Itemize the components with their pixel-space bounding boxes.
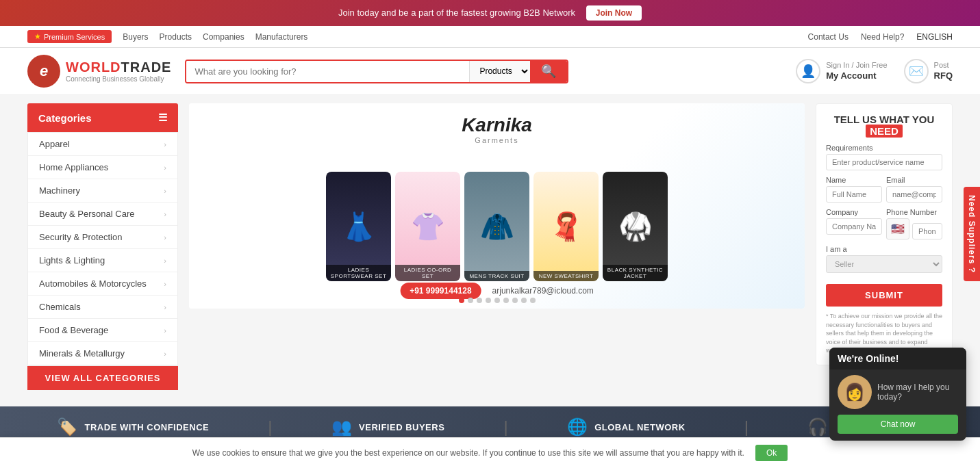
header: e WORLDTRADE Connecting Businesses Globa… xyxy=(0,48,980,95)
cat-lights[interactable]: Lights & Lighting › xyxy=(28,249,177,272)
phone-field: Phone Number 🇺🇸 xyxy=(886,208,942,239)
figure-1: 👗 LADIES SPORTSWEAR SET xyxy=(326,172,391,281)
dot-7[interactable] xyxy=(512,298,518,303)
view-all-categories-button[interactable]: VIEW ALL CATEGORIES xyxy=(27,366,178,390)
premium-services-link[interactable]: Premium Services xyxy=(27,30,112,43)
chat-avatar: 👩 xyxy=(838,375,872,409)
banner-text: Join today and be a part of the fastest … xyxy=(338,8,575,18)
join-now-button[interactable]: Join Now xyxy=(586,5,642,21)
dot-9[interactable] xyxy=(530,298,536,303)
requirements-field: Requirements xyxy=(826,144,942,170)
cat-minerals[interactable]: Minerals & Metallurgy › xyxy=(28,342,177,365)
cookie-banner: We use cookies to ensure that we give yo… xyxy=(0,437,980,468)
chevron-right-icon: › xyxy=(164,164,166,172)
post-rfq-action[interactable]: ✉️ Post RFQ xyxy=(904,59,953,83)
cookie-ok-button[interactable]: Ok xyxy=(755,445,788,461)
need-suppliers-button[interactable]: Need Suppliers ? xyxy=(964,187,980,281)
chevron-right-icon: › xyxy=(164,280,166,288)
my-account-action[interactable]: 👤 Sign In / Join Free My Account xyxy=(796,59,887,83)
dot-2[interactable] xyxy=(468,298,473,303)
hero-contact: +91 9999144128 arjunkalkar789@icloud.com xyxy=(400,283,594,299)
dot-4[interactable] xyxy=(486,298,491,303)
email-label: Email xyxy=(886,176,942,184)
header-actions: 👤 Sign In / Join Free My Account ✉️ Post… xyxy=(796,59,953,83)
cat-home-appliances[interactable]: Home Appliances › xyxy=(28,156,177,179)
cat-automobiles[interactable]: Automobiles & Motorcycles › xyxy=(28,272,177,296)
name-input[interactable] xyxy=(826,186,882,203)
help-icon: 🎧 xyxy=(807,417,829,437)
cat-beauty[interactable]: Beauty & Personal Care › xyxy=(28,203,177,226)
chat-widget: We're Online! 👩 How may I help you today… xyxy=(829,348,966,441)
chevron-right-icon: › xyxy=(164,350,166,358)
search-bar: Products 🔍 xyxy=(185,60,568,83)
dot-8[interactable] xyxy=(521,298,527,303)
cat-food[interactable]: Food & Beverage › xyxy=(28,319,177,342)
company-input[interactable] xyxy=(826,218,882,235)
post-label: Post xyxy=(934,60,953,70)
categories-sidebar: Categories ☰ Apparel › Home Appliances ›… xyxy=(27,103,178,390)
requirements-input[interactable] xyxy=(826,154,942,170)
chevron-right-icon: › xyxy=(164,187,166,195)
chevron-right-icon: › xyxy=(164,303,166,311)
center-content: Karnika Garments 👗 LADIES SPORTSWEAR SET… xyxy=(189,103,805,390)
feature-trade-label: TRADE WITH CONFIDENCE xyxy=(85,422,210,432)
separator-3: | xyxy=(744,417,749,437)
hero-email: arjunkalkar789@icloud.com xyxy=(492,286,594,296)
submit-button[interactable]: SUBMIT xyxy=(826,284,942,307)
cat-machinery[interactable]: Machinery › xyxy=(28,179,177,203)
name-field: Name xyxy=(826,176,882,203)
chat-subtext: How may I help you today? xyxy=(877,382,958,402)
chevron-right-icon: › xyxy=(164,140,166,148)
figure-4: 🧣 NEW SWEATSHIRT xyxy=(533,172,599,281)
email-input[interactable] xyxy=(886,186,942,203)
separator-2: | xyxy=(503,417,507,437)
trade-icon: 🏷️ xyxy=(57,417,78,437)
hero-dots xyxy=(459,298,536,303)
company-field: Company xyxy=(826,208,882,239)
search-input[interactable] xyxy=(186,61,469,82)
feature-trade: 🏷️ TRADE WITH CONFIDENCE xyxy=(57,417,209,437)
figure-5: 🥋 BLACK SYNTHETIC JACKET xyxy=(603,172,668,281)
dot-1[interactable] xyxy=(459,298,464,303)
categories-header: Categories ☰ xyxy=(27,103,178,132)
network-icon: 🌐 xyxy=(567,417,588,437)
email-field: Email xyxy=(886,176,942,203)
iam-select[interactable]: Seller Buyer xyxy=(826,255,942,273)
figure-4-label: NEW SWEATSHIRT xyxy=(533,271,599,281)
figure-2-label: LADIES CO-ORD SET xyxy=(395,265,460,281)
chevron-right-icon: › xyxy=(164,257,166,265)
nav-buyers[interactable]: Buyers xyxy=(123,32,148,42)
figure-3-label: MENS TRACK SUIT xyxy=(464,271,529,281)
cat-chemicals[interactable]: Chemicals › xyxy=(28,296,177,319)
cat-security[interactable]: Security & Protection › xyxy=(28,226,177,249)
nav-contact[interactable]: Contact Us xyxy=(808,32,849,42)
hero-phone: +91 9999144128 xyxy=(400,283,481,299)
chat-now-button[interactable]: Chat now xyxy=(838,415,958,434)
nav-manufacturers[interactable]: Manufacturers xyxy=(255,32,308,42)
brand-tagline: Connecting Businesses Globally xyxy=(66,75,171,83)
hero-brand-name: Karnika xyxy=(462,114,532,136)
figure-1-label: LADIES SPORTSWEAR SET xyxy=(326,265,391,281)
nav-help[interactable]: Need Help? xyxy=(861,32,904,42)
top-banner: Join today and be a part of the fastest … xyxy=(0,0,980,26)
need-highlight: NEED xyxy=(866,125,903,138)
feature-buyers-label: VERIFIED BUYERS xyxy=(359,422,444,432)
search-button[interactable]: 🔍 xyxy=(530,61,567,82)
chevron-right-icon: › xyxy=(164,326,166,335)
cat-apparel[interactable]: Apparel › xyxy=(28,133,177,156)
cookie-text: We use cookies to ensure that we give yo… xyxy=(192,448,744,458)
dot-5[interactable] xyxy=(494,298,500,303)
post-icon: ✉️ xyxy=(904,59,929,83)
nav-companies[interactable]: Companies xyxy=(203,32,244,42)
dot-3[interactable] xyxy=(477,298,482,303)
search-category-select[interactable]: Products xyxy=(469,61,530,82)
language-selector[interactable]: ENGLISH xyxy=(916,32,953,42)
phone-input[interactable] xyxy=(912,223,942,239)
figure-5-label: BLACK SYNTHETIC JACKET xyxy=(603,265,668,281)
company-label: Company xyxy=(826,208,882,216)
phone-flag-icon[interactable]: 🇺🇸 xyxy=(886,218,909,239)
nav-products[interactable]: Products xyxy=(160,32,192,42)
dot-6[interactable] xyxy=(503,298,509,303)
buyers-icon: 👥 xyxy=(331,417,353,437)
feature-network-label: GLOBAL NETWORK xyxy=(594,422,685,432)
